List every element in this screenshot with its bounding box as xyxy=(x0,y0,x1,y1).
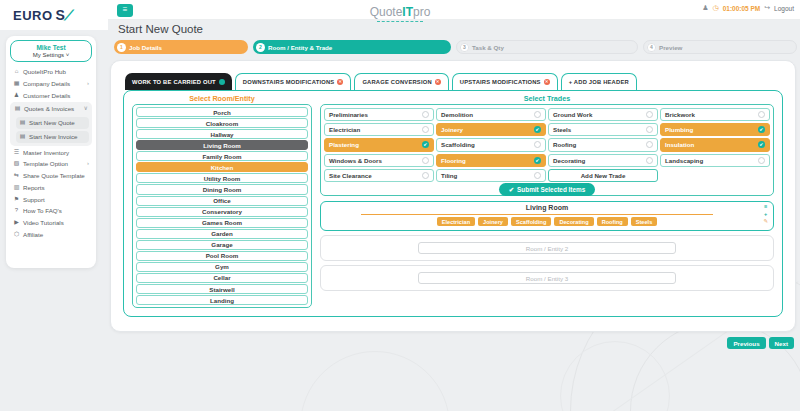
room-item-utility-room[interactable]: Utility Room xyxy=(136,173,308,183)
sidebar-item-reports[interactable]: ▥Reports xyxy=(10,182,92,194)
sidebar-item-affiliate[interactable]: ⬡Affiliate xyxy=(10,229,92,241)
room-item-cellar[interactable]: Cellar xyxy=(136,273,308,283)
add-new-trade-button[interactable]: Add New Trade xyxy=(548,169,658,182)
room-item-hallway[interactable]: Hallway xyxy=(136,129,308,139)
room-entity-2-field[interactable]: Room / Entity 2 xyxy=(418,242,676,254)
tab-downstairs-modifications[interactable]: DOWNSTAIRS MODIFICATIONS✕ xyxy=(235,73,352,90)
sidebar-item-company-details[interactable]: ▦Company Details› xyxy=(10,78,92,90)
tab-upstairs-modifications[interactable]: UPSTAIRS MODIFICATIONS✕ xyxy=(452,73,558,90)
trade-item-landscaping[interactable]: Landscaping xyxy=(660,154,770,167)
room-column-title: Select Room/Entity xyxy=(132,94,312,103)
previous-button[interactable]: Previous xyxy=(727,337,765,349)
trade-item-demolition[interactable]: Demolition xyxy=(436,108,546,121)
submit-selected-items-button[interactable]: ✔ Submit Selected Items xyxy=(499,183,596,196)
trade-label: Windows & Doors xyxy=(329,157,382,164)
plus-icon[interactable]: + xyxy=(763,211,768,219)
trade-item-flooring[interactable]: Flooring✔ xyxy=(436,154,546,167)
tab-garage-conversion[interactable]: GARAGE CONVERSION✕ xyxy=(354,73,448,90)
room-item-stairwell[interactable]: Stairwell xyxy=(136,284,308,294)
sidebar-item-master-inventory[interactable]: ☰Master Inventory xyxy=(10,147,92,159)
trade-item-scaffolding[interactable]: Scaffolding xyxy=(436,138,546,151)
close-tab-icon[interactable]: ✕ xyxy=(435,79,441,85)
sidebar-item-label: Support xyxy=(23,196,45,204)
room-item-games-room[interactable]: Games Room xyxy=(136,218,308,228)
checked-icon: ✔ xyxy=(534,126,541,133)
sidebar-item-start-new-invoice[interactable]: ▤Start New Invoice xyxy=(16,131,89,143)
close-tab-icon[interactable]: ✕ xyxy=(544,79,550,85)
main-panel: WORK TO BE CARRIED OUTDOWNSTAIRS MODIFIC… xyxy=(110,60,796,332)
trade-chip-electrician: Electrician xyxy=(437,217,475,226)
user-name: Mike Test xyxy=(12,44,90,51)
sidebar-item-support[interactable]: ⚑Support xyxy=(10,194,92,206)
menu-icon[interactable]: ≡ xyxy=(763,203,768,211)
trade-item-tiling[interactable]: Tiling xyxy=(436,169,546,182)
trade-item-site-clearance[interactable]: Site Clearance xyxy=(324,169,434,182)
sidebar-item-video-tutorials[interactable]: ▶Video Tutorials xyxy=(10,217,92,229)
room-item-porch[interactable]: Porch xyxy=(136,107,308,117)
step-number: 2 xyxy=(256,43,265,52)
trade-item-ground-work[interactable]: Ground Work xyxy=(548,108,658,121)
room-item-gym[interactable]: Gym xyxy=(136,262,308,272)
sidebar-item-quoteitpro-hub[interactable]: ⌂QuoteItPro Hub xyxy=(10,66,92,78)
room-item-office[interactable]: Office xyxy=(136,196,308,206)
app-name-post: pro xyxy=(413,5,430,19)
step-2[interactable]: 2Room / Entity & Trade xyxy=(253,40,451,54)
user-icon[interactable]: ♟ xyxy=(702,4,708,12)
trade-label: Electrician xyxy=(329,126,360,133)
pencil-icon[interactable]: ✎ xyxy=(763,218,768,226)
trade-item-plumbing[interactable]: Plumbing✔ xyxy=(660,123,770,136)
trade-label: Steels xyxy=(553,126,571,133)
clock-icon: ◷ xyxy=(713,4,719,12)
next-button[interactable]: Next xyxy=(769,337,794,349)
room-item-pool-room[interactable]: Pool Room xyxy=(136,251,308,261)
trade-item-windows-doors[interactable]: Windows & Doors xyxy=(324,154,434,167)
step-label: Task & Qty xyxy=(472,44,504,51)
trade-item-joinery[interactable]: Joinery✔ xyxy=(436,123,546,136)
sidebar-item-how-to-faq-s[interactable]: ?How To FAQ's xyxy=(10,205,92,217)
tab--add-job-header[interactable]: + ADD JOB HEADER xyxy=(561,73,637,90)
radio-icon xyxy=(422,172,429,179)
tab-label: + ADD JOB HEADER xyxy=(569,79,629,85)
close-tab-icon[interactable]: ✕ xyxy=(337,79,343,85)
trade-item-preliminaries[interactable]: Preliminaries xyxy=(324,108,434,121)
room-item-living-room[interactable]: Living Room xyxy=(136,140,308,150)
new-quote-icon: ▤ xyxy=(19,119,26,127)
sidebar-item-share-quote-template[interactable]: ⇆Share Quote Template xyxy=(10,170,92,182)
step-3[interactable]: 3Task & Qty xyxy=(456,40,638,54)
step-4[interactable]: 4Preview xyxy=(643,40,797,54)
sidebar-item-quotes-invoices[interactable]: ▤Quotes & Invoices∨ xyxy=(11,103,91,115)
room-entity-3-field[interactable]: Room / Entity 3 xyxy=(418,272,676,284)
reports-icon: ▥ xyxy=(13,184,20,192)
step-1[interactable]: 1Job Details xyxy=(114,40,248,54)
room-item-conservatory[interactable]: Conservatory xyxy=(136,207,308,217)
radio-icon xyxy=(758,111,765,118)
room-item-garden[interactable]: Garden xyxy=(136,229,308,239)
room-item-landing[interactable]: Landing xyxy=(136,295,308,305)
inventory-icon: ☰ xyxy=(13,149,20,157)
tab-work-to-be-carried-out[interactable]: WORK TO BE CARRIED OUT xyxy=(125,73,232,90)
room-item-dining-room[interactable]: Dining Room xyxy=(136,184,308,194)
trade-item-electrician[interactable]: Electrician xyxy=(324,123,434,136)
trade-item-steels[interactable]: Steels xyxy=(548,123,658,136)
trade-item-decorating[interactable]: Decorating xyxy=(548,154,658,167)
room-item-family-room[interactable]: Family Room xyxy=(136,151,308,161)
hamburger-menu-button[interactable]: ≡ xyxy=(117,4,133,17)
trade-item-brickwork[interactable]: Brickwork xyxy=(660,108,770,121)
trade-chip-scaffolding: Scaffolding xyxy=(511,217,551,226)
sidebar-item-label: QuoteItPro Hub xyxy=(23,68,66,76)
trade-item-plastering[interactable]: Plastering✔ xyxy=(324,138,434,151)
trade-chip-steels: Steels xyxy=(631,217,657,226)
trade-item-roofing[interactable]: Roofing xyxy=(548,138,658,151)
sidebar-item-template-option[interactable]: ▧Template Option› xyxy=(10,158,92,170)
logout-button[interactable]: Logout xyxy=(774,5,794,12)
trade-chip-roofing: Roofing xyxy=(597,217,628,226)
my-settings-dropdown[interactable]: My Settings ˅ xyxy=(12,52,90,58)
room-item-kitchen[interactable]: Kitchen xyxy=(136,162,308,172)
sidebar-item-start-new-quote[interactable]: ▤Start New Quote xyxy=(16,117,89,129)
step-number: 3 xyxy=(460,43,469,52)
room-item-garage[interactable]: Garage xyxy=(136,240,308,250)
room-item-cloakroom[interactable]: Cloakroom xyxy=(136,118,308,128)
sidebar-item-label: Template Option xyxy=(23,160,68,168)
sidebar-item-customer-details[interactable]: ♟Customer Details xyxy=(10,90,92,102)
trade-item-insulation[interactable]: Insulation✔ xyxy=(660,138,770,151)
